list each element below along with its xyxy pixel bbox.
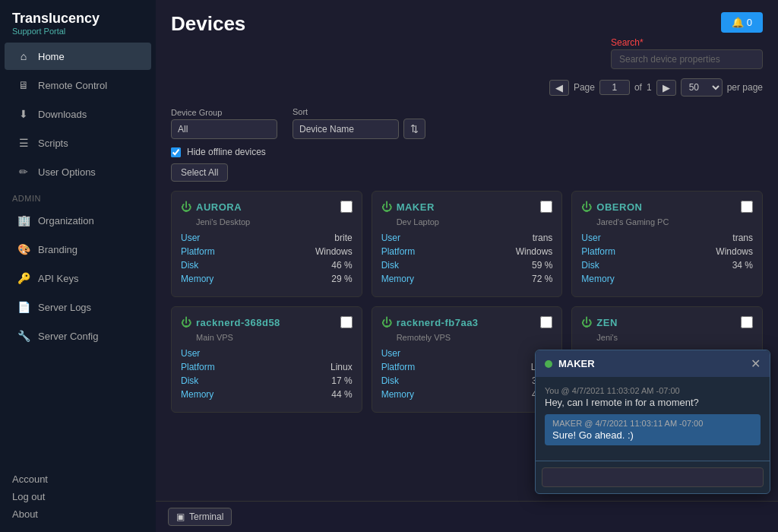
stat-label-disk: Disk — [381, 375, 399, 386]
hide-offline-checkbox[interactable] — [171, 147, 181, 157]
stat-row-platform: Platform Windows — [381, 246, 553, 257]
device-select-checkbox[interactable] — [340, 316, 353, 328]
brand-title: Translucency — [12, 11, 144, 27]
sidebar-item-label: Downloads — [38, 109, 87, 120]
search-input[interactable] — [611, 49, 763, 69]
device-select-checkbox[interactable] — [340, 201, 353, 213]
stat-label-platform: Platform — [581, 246, 615, 257]
page-number-input[interactable] — [599, 80, 630, 95]
sort-direction-button[interactable]: ⇅ — [403, 119, 425, 139]
terminal-button[interactable]: ▣ Terminal — [168, 508, 232, 526]
terminal-icon: ▣ — [176, 511, 185, 522]
device-stats: User Platform Linux Disk 33 % Memory 46 … — [381, 348, 553, 400]
select-all-button[interactable]: Select All — [171, 163, 228, 182]
stat-row-memory: Memory 72 % — [381, 274, 553, 284]
sidebar-item-home[interactable]: ⌂ Home — [5, 43, 151, 70]
device-subtitle: Jeni's Desktop — [196, 217, 353, 226]
device-select-checkbox[interactable] — [540, 316, 552, 328]
stat-label-memory: Memory — [581, 274, 614, 284]
sidebar-item-label: Server Logs — [38, 302, 91, 313]
stat-row-memory: Memory 29 % — [181, 274, 353, 284]
sidebar-item-downloads[interactable]: ⬇ Downloads — [5, 100, 151, 128]
hide-offline-label[interactable]: Hide offline devices — [187, 147, 266, 157]
device-group-select[interactable]: All Group 1 Group 2 — [171, 119, 277, 139]
device-name: racknerd-fb7aa3 — [397, 317, 479, 328]
device-stats: User trans Platform Windows Disk 59 % Me… — [381, 233, 553, 284]
chat-close-button[interactable]: ✕ — [751, 356, 761, 371]
sidebar-item-label: Organization — [38, 215, 94, 226]
device-card-aurora: ⏻ AURORA Jeni's Desktop User brite Platf… — [171, 191, 362, 297]
stat-row-platform: Platform Windows — [181, 246, 353, 257]
stat-label-disk: Disk — [181, 375, 198, 386]
chat-input[interactable] — [542, 467, 764, 487]
sidebar-item-api-keys[interactable]: 🔑 API Keys — [5, 264, 151, 292]
chat-header: MAKER ✕ — [536, 350, 770, 377]
admin-section-label: Admin — [0, 186, 156, 206]
sidebar-bottom: Account Log out About — [0, 464, 156, 532]
page-of: of — [634, 82, 642, 93]
device-select-checkbox[interactable] — [741, 316, 753, 328]
stat-value-memory: 29 % — [331, 274, 352, 284]
stat-value-memory: 44 % — [331, 389, 352, 400]
logout-link[interactable]: Log out — [12, 488, 144, 505]
device-stats: User brite Platform Windows Disk 46 % Me… — [181, 233, 353, 284]
stat-row-user: User brite — [181, 233, 353, 243]
device-name-row: ⏻ MAKER — [381, 201, 435, 213]
sidebar-item-user-options[interactable]: ✏ User Options — [5, 158, 151, 185]
chat-message-you: You @ 4/7/2021 11:03:02 AM -07:00 Hey, c… — [545, 386, 761, 408]
next-page-button[interactable]: ▶ — [656, 80, 676, 96]
sidebar-item-scripts[interactable]: ☰ Scripts — [5, 129, 151, 157]
device-card-header: ⏻ racknerd-fb7aa3 — [381, 316, 553, 328]
stat-label-user: User — [181, 348, 200, 359]
stat-value-platform: Windows — [516, 246, 553, 257]
stat-row-disk: Disk 46 % — [181, 260, 353, 271]
sidebar-item-label: User Options — [38, 166, 96, 178]
stat-value-memory: 72 % — [532, 274, 552, 284]
page-label: Page — [574, 82, 595, 93]
terminal-bar: ▣ Terminal — [156, 501, 778, 532]
chat-message-maker: MAKER @ 4/7/2021 11:03:11 AM -07:00 Sure… — [545, 414, 761, 445]
prev-page-button[interactable]: ◀ — [549, 80, 569, 96]
stat-label-user: User — [381, 348, 400, 359]
device-name-row: ⏻ ZEN — [581, 317, 618, 328]
stat-row-disk: Disk 17 % — [181, 375, 353, 386]
sidebar: Translucency Support Portal ⌂ Home 🖥 Rem… — [0, 0, 156, 532]
power-icon: ⏻ — [581, 317, 592, 328]
stat-label-platform: Platform — [381, 362, 416, 372]
device-select-checkbox[interactable] — [540, 201, 552, 213]
stat-value-disk: 59 % — [532, 260, 552, 271]
sidebar-item-server-logs[interactable]: 📄 Server Logs — [5, 293, 151, 321]
device-subtitle: Main VPS — [196, 333, 353, 342]
per-page-select[interactable]: 50 25 100 — [681, 78, 723, 97]
sort-filter: Sort Device Name Last Seen Status ⇅ — [293, 107, 425, 139]
stat-value-user: trans — [732, 233, 753, 243]
sidebar-item-server-config[interactable]: 🔧 Server Config — [5, 322, 151, 350]
sidebar-item-branding[interactable]: 🎨 Branding — [5, 236, 151, 263]
device-select-checkbox[interactable] — [741, 201, 753, 213]
stat-label-disk: Disk — [581, 260, 599, 271]
chat-status-dot — [545, 360, 552, 368]
power-icon: ⏻ — [181, 317, 191, 328]
sidebar-item-organization[interactable]: 🏢 Organization — [5, 207, 151, 234]
notification-button[interactable]: 🔔 0 — [721, 12, 763, 33]
stat-row-user: User trans — [581, 233, 753, 243]
stat-row-platform: Platform Windows — [581, 246, 753, 257]
page-total: 1 — [647, 82, 652, 93]
chat-maker-text: Sure! Go ahead. :) — [552, 429, 753, 441]
filters-row: Device Group All Group 1 Group 2 Sort De… — [171, 107, 763, 139]
stat-row-memory: Memory 44 % — [181, 389, 353, 400]
sidebar-item-remote-control[interactable]: 🖥 Remote Control — [5, 71, 151, 99]
device-card-header: ⏻ racknerd-368d58 — [181, 316, 353, 328]
sort-select[interactable]: Device Name Last Seen Status — [293, 119, 399, 139]
sidebar-item-label: Remote Control — [38, 80, 107, 91]
stat-label-memory: Memory — [381, 389, 414, 400]
sidebar-item-label: API Keys — [38, 273, 78, 284]
about-link[interactable]: About — [12, 505, 144, 523]
stat-label-memory: Memory — [181, 389, 213, 400]
chat-you-meta: You @ 4/7/2021 11:03:02 AM -07:00 — [545, 386, 761, 395]
account-link[interactable]: Account — [12, 470, 144, 488]
main-header: Devices 🔔 0 Search* ◀ Page of 1 ▶ 50 25 … — [171, 12, 763, 97]
device-card-header: ⏻ OBERON — [581, 201, 753, 213]
stat-label-disk: Disk — [181, 260, 198, 271]
pagination-controls: ◀ Page of 1 ▶ 50 25 100 per page — [549, 78, 763, 97]
